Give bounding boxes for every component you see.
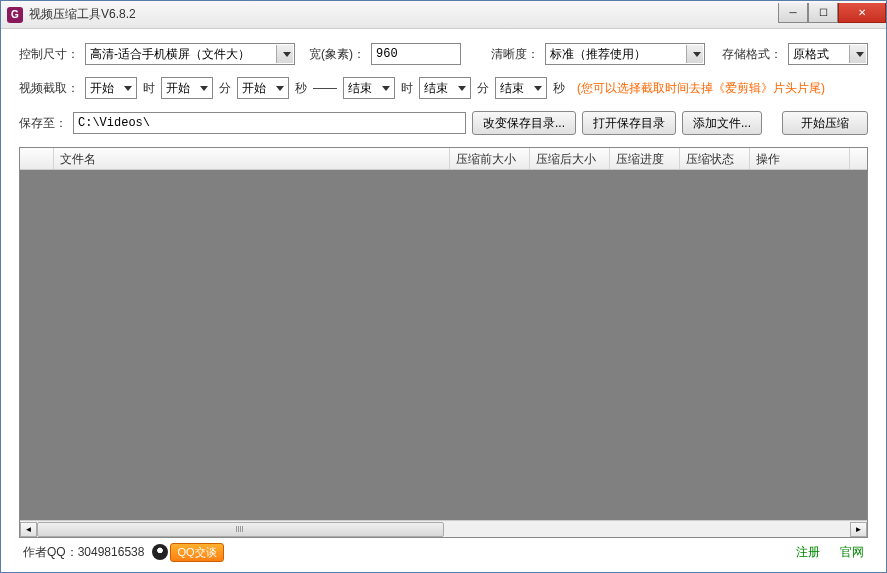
window-controls: ─ ☐ ✕	[778, 3, 886, 23]
register-link[interactable]: 注册	[796, 544, 820, 561]
table-col-2[interactable]: 压缩前大小	[450, 148, 530, 169]
table-col-0[interactable]	[20, 148, 54, 169]
chevron-down-icon	[124, 86, 132, 91]
close-button[interactable]: ✕	[838, 3, 886, 23]
open-dir-button[interactable]: 打开保存目录	[582, 111, 676, 135]
chevron-down-icon	[458, 86, 466, 91]
qq-chat-button: QQ交谈	[170, 543, 223, 562]
scroll-thumb[interactable]	[37, 522, 444, 537]
minimize-button[interactable]: ─	[778, 3, 808, 23]
min-label-1: 分	[219, 80, 231, 97]
app-icon: G	[7, 7, 23, 23]
chevron-down-icon	[276, 86, 284, 91]
window-title: 视频压缩工具V6.8.2	[29, 6, 778, 23]
qq-badge[interactable]: QQ交谈	[152, 543, 223, 562]
row-size: 控制尺寸： 高清-适合手机横屏（文件大） 宽(象素)： 960 清晰度： 标准（…	[19, 43, 868, 65]
clarity-label: 清晰度：	[491, 46, 539, 63]
size-select-value: 高清-适合手机横屏（文件大）	[90, 46, 250, 63]
scroll-track[interactable]	[37, 522, 850, 537]
clarity-select[interactable]: 标准（推荐使用）	[545, 43, 705, 65]
end-min-select[interactable]: 结束	[419, 77, 471, 99]
chevron-down-icon	[283, 52, 291, 57]
change-dir-button[interactable]: 改变保存目录...	[472, 111, 576, 135]
file-table: 文件名压缩前大小压缩后大小压缩进度压缩状态操作 ◄ ►	[19, 147, 868, 538]
chevron-down-icon	[856, 52, 864, 57]
author-label: 作者QQ：3049816538	[23, 544, 144, 561]
size-label: 控制尺寸：	[19, 46, 79, 63]
clip-label: 视频截取：	[19, 80, 79, 97]
table-col-1[interactable]: 文件名	[54, 148, 450, 169]
horizontal-scrollbar[interactable]: ◄ ►	[20, 520, 867, 537]
row-save: 保存至： C:\Videos\ 改变保存目录... 打开保存目录 添加文件...…	[19, 111, 868, 135]
save-path-input[interactable]: C:\Videos\	[73, 112, 466, 134]
format-label: 存储格式：	[722, 46, 782, 63]
start-hour-select[interactable]: 开始	[85, 77, 137, 99]
chevron-down-icon	[382, 86, 390, 91]
table-col-4[interactable]: 压缩进度	[610, 148, 680, 169]
chevron-down-icon	[534, 86, 542, 91]
clip-hint: (您可以选择截取时间去掉《爱剪辑》片头片尾)	[577, 80, 825, 97]
content-area: 控制尺寸： 高清-适合手机横屏（文件大） 宽(象素)： 960 清晰度： 标准（…	[1, 29, 886, 572]
width-label: 宽(象素)：	[309, 46, 365, 63]
format-select-value: 原格式	[793, 46, 829, 63]
start-compress-button[interactable]: 开始压缩	[782, 111, 868, 135]
save-label: 保存至：	[19, 115, 67, 132]
hour-label-2: 时	[401, 80, 413, 97]
table-body	[20, 170, 867, 520]
row-clip: 视频截取： 开始 时 开始 分 开始 秒 —— 结束 时 结束 分 结束 秒 (…	[19, 77, 868, 99]
footer: 作者QQ：3049816538 QQ交谈 注册 官网	[19, 538, 868, 566]
table-header: 文件名压缩前大小压缩后大小压缩进度压缩状态操作	[20, 148, 867, 170]
maximize-button[interactable]: ☐	[808, 3, 838, 23]
start-sec-select[interactable]: 开始	[237, 77, 289, 99]
format-select[interactable]: 原格式	[788, 43, 868, 65]
qq-icon	[152, 544, 168, 560]
width-input[interactable]: 960	[371, 43, 461, 65]
sec-label-1: 秒	[295, 80, 307, 97]
hour-label-1: 时	[143, 80, 155, 97]
table-col-3[interactable]: 压缩后大小	[530, 148, 610, 169]
dash-label: ——	[313, 81, 337, 95]
end-sec-select[interactable]: 结束	[495, 77, 547, 99]
clarity-select-value: 标准（推荐使用）	[550, 46, 646, 63]
app-window: G 视频压缩工具V6.8.2 ─ ☐ ✕ 控制尺寸： 高清-适合手机横屏（文件大…	[0, 0, 887, 573]
table-col-5[interactable]: 压缩状态	[680, 148, 750, 169]
website-link[interactable]: 官网	[840, 544, 864, 561]
chevron-down-icon	[200, 86, 208, 91]
start-min-select[interactable]: 开始	[161, 77, 213, 99]
add-file-button[interactable]: 添加文件...	[682, 111, 762, 135]
scroll-left-arrow[interactable]: ◄	[20, 522, 37, 537]
min-label-2: 分	[477, 80, 489, 97]
chevron-down-icon	[693, 52, 701, 57]
size-select[interactable]: 高清-适合手机横屏（文件大）	[85, 43, 295, 65]
sec-label-2: 秒	[553, 80, 565, 97]
scroll-right-arrow[interactable]: ►	[850, 522, 867, 537]
titlebar: G 视频压缩工具V6.8.2 ─ ☐ ✕	[1, 1, 886, 29]
table-col-6[interactable]: 操作	[750, 148, 850, 169]
end-hour-select[interactable]: 结束	[343, 77, 395, 99]
